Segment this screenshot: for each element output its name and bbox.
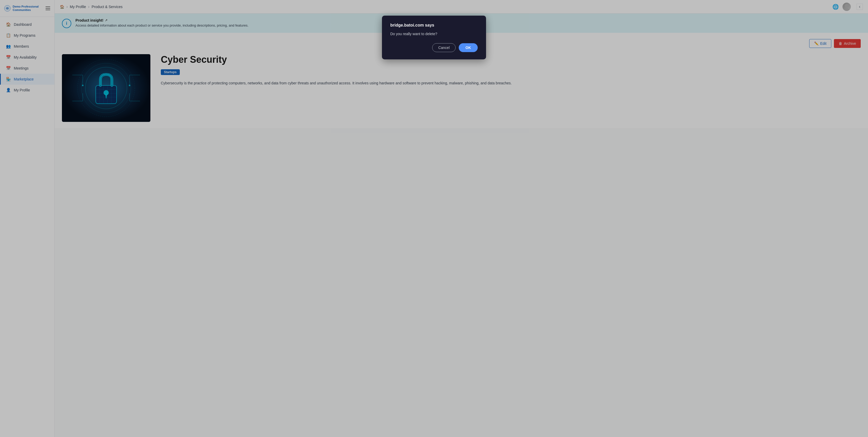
modal-cancel-button[interactable]: Cancel bbox=[432, 43, 456, 52]
modal-dialog: bridge.batoi.com says Do you really want… bbox=[382, 16, 486, 59]
modal-ok-button[interactable]: OK bbox=[459, 43, 478, 52]
modal-message: Do you really want to delete? bbox=[390, 32, 478, 36]
modal-actions: Cancel OK bbox=[390, 43, 478, 52]
modal-title: bridge.batoi.com says bbox=[390, 23, 478, 28]
modal-overlay: bridge.batoi.com says Do you really want… bbox=[0, 0, 868, 437]
